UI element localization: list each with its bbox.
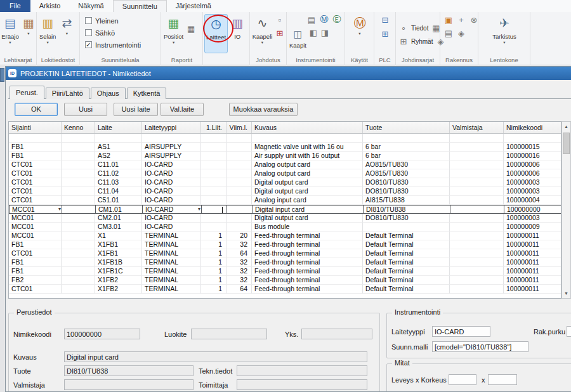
cable-table-icon[interactable]: ⊞ [274, 27, 286, 39]
kuvaus-field[interactable] [64, 351, 367, 362]
motor-m-icon[interactable]: Ⓜ [318, 14, 330, 25]
scroll-up-icon[interactable]: ▲ [562, 122, 570, 131]
column-header[interactable]: Viim.l. [226, 122, 252, 133]
table-row[interactable]: CTC01C11.03IO-CARDDigital output cardDO8… [9, 178, 561, 187]
log-transfer-button[interactable]: ⇄ ▾ [58, 14, 75, 53]
tab-kytkenta[interactable]: Kytkentä [127, 88, 167, 99]
tab-perust[interactable]: Perust. [10, 86, 44, 99]
tuote-field[interactable] [64, 365, 194, 376]
room-diamond-icon[interactable]: ◈ [456, 27, 467, 39]
dialog-titlebar[interactable]: ID PROJEKTIN LAITETIEDOT - Nimiketiedot [6, 67, 571, 80]
column-header[interactable]: Kuvaus [252, 122, 363, 133]
positiot-button[interactable]: ▦ Positiot ▾ [162, 14, 185, 53]
table-row[interactable]: FB1X1FB1TERMINAL132Feed-through terminal… [9, 240, 561, 249]
plc-export-icon[interactable]: ⊟ [379, 14, 391, 25]
table-row[interactable]: FB1X1FB1BTERMINAL132Feed-through termina… [9, 258, 561, 267]
table-row[interactable]: FB2X1FB2TERMINAL132Feed-through terminal… [9, 276, 561, 285]
kaytot-button[interactable]: Ⓜ ▾ [351, 14, 369, 53]
table-row[interactable]: CTC01X1FB2TERMINAL164Feed-through termin… [9, 285, 561, 294]
table-row-selected[interactable]: MCC01▾CM1.01IO-CARD▾Digital input cardDI… [9, 205, 561, 214]
checkbox-box[interactable] [85, 17, 92, 24]
collapsed-panel-tab[interactable] [0, 68, 4, 82]
checkbox-box[interactable] [85, 29, 92, 36]
table-row[interactable]: MCC01CM2.01IO-CARDDigital output cardDO8… [9, 214, 561, 223]
korkeus-field[interactable] [488, 374, 517, 385]
uusi-laite-button[interactable]: Uusi laite [114, 103, 158, 116]
instrument-doc-icon[interactable]: ▤ [306, 14, 317, 25]
tab-arkisto[interactable]: Arkisto [30, 0, 70, 12]
checkbox-sähkö[interactable]: Sähkö [85, 27, 115, 38]
combo-dropdown-icon[interactable]: ▾ [58, 207, 61, 212]
toimittaja-field[interactable] [237, 379, 367, 390]
layout-sheet-icon[interactable]: ▤ [443, 27, 454, 39]
laitteet-button[interactable]: ◷ Laitteet [204, 14, 228, 53]
add-element-icon[interactable]: + [456, 14, 467, 25]
table-row[interactable]: FB1X1FB1CTERMINAL132Feed-through termina… [9, 267, 561, 276]
tab-suunnittelu[interactable]: Suunnittelu [113, 0, 167, 12]
table-cell: 100000006 [504, 169, 561, 178]
equipment-e-icon[interactable]: Ⓔ [331, 14, 343, 25]
table-row[interactable]: MCC01X1TERMINAL120Feed-through terminalD… [9, 232, 561, 240]
suunn-malli-field[interactable] [432, 341, 528, 352]
column-header[interactable]: Sijainti [9, 122, 62, 133]
table-row[interactable]: CTC01C11.01IO-CARDAnalog output cardAO81… [9, 160, 561, 169]
column-header[interactable]: Nimikekoodi [504, 122, 561, 133]
table-row[interactable]: FB1AS1AIRSUPPLYMagnetic valve unit with … [9, 143, 561, 152]
table-row[interactable]: FB1AS2AIRSUPPLYAir supply unit with 16 o… [9, 152, 561, 160]
val-laite-button[interactable]: Val.laite [161, 103, 204, 116]
muokkaa-varauksia-button[interactable]: Muokkaa varauksia [229, 103, 298, 116]
laitetyyppi-field[interactable] [432, 326, 490, 337]
table-row[interactable]: CTC01C11.02IO-CARDAnalog output cardAO81… [9, 169, 561, 178]
nimikekoodi-field[interactable] [64, 329, 140, 339]
column-header[interactable]: Valmistaja [450, 122, 504, 133]
wire-list-icon[interactable]: ▫ [274, 14, 286, 25]
eraajo-button[interactable]: ▤ Eräajo ▾ [1, 14, 19, 53]
uusi-button[interactable]: Uusi [64, 103, 107, 116]
vertical-scrollbar[interactable]: ▲ ▼ [561, 121, 571, 299]
checkbox-yleinen[interactable]: Yleinen [85, 15, 119, 26]
column-header[interactable]: Laitetyyppi [142, 122, 201, 133]
tab-nakyma[interactable]: Näkymä [69, 0, 112, 12]
table-cell: 100000011 [504, 276, 561, 285]
tekn-tiedot-field[interactable] [237, 365, 367, 376]
tab-ohjaus[interactable]: Ohjaus [91, 88, 126, 99]
valmistaja-field[interactable] [64, 379, 194, 390]
building-box-icon[interactable]: ▣ [443, 14, 454, 25]
yks-field[interactable] [301, 329, 372, 339]
rak-purku-field[interactable] [567, 326, 571, 337]
scroll-down-icon[interactable]: ▼ [562, 289, 570, 298]
table-row[interactable]: CTC01C11.04IO-CARDDigital output cardDO8… [9, 187, 561, 196]
tab-piiri-lahto[interactable]: Piiri/Lähtö [46, 88, 89, 99]
tab-jarjestelma[interactable]: Järjestelmä [167, 0, 220, 12]
table-row[interactable]: CTC01C51.01IO-CARDAnalog input cardAI815… [9, 196, 561, 205]
column-header[interactable]: Laite [95, 122, 142, 133]
tiedot-button[interactable]: ∘ Tiedot ▦ [398, 22, 442, 34]
checkbox-instrumentointi[interactable]: ✓Instrumentointi [85, 39, 141, 50]
panel-left-icon[interactable]: ◧ [308, 27, 319, 38]
io-button[interactable]: ▥ IO [228, 14, 246, 53]
plc-import-icon[interactable]: ⊞ [379, 28, 391, 39]
kaapit-button[interactable]: ◫ Kaapit [288, 27, 308, 53]
table-cell [226, 223, 252, 232]
table-row[interactable]: CTC01X1FB1TERMINAL164Feed-through termin… [9, 249, 561, 258]
column-header[interactable]: Kenno [62, 122, 95, 133]
combo-dropdown-icon[interactable]: ▾ [198, 207, 200, 212]
kaapeli-button[interactable]: ∿ Kaapeli ▾ [251, 14, 273, 53]
tarkistus-button[interactable]: ✈ Tarkistus ▾ [491, 14, 517, 53]
selain-button[interactable]: ▥ Selain ▾ [38, 14, 57, 53]
leveys-field[interactable] [449, 374, 476, 385]
column-header[interactable]: Tuote [363, 122, 450, 133]
ok-button[interactable]: OK [15, 103, 58, 116]
ryhmat-button[interactable]: ⊞ Ryhmät ◈ [398, 36, 446, 48]
panel-right-icon[interactable]: ◨ [319, 27, 331, 38]
tab-file[interactable]: File [0, 0, 30, 12]
scrollbar-thumb[interactable] [563, 133, 570, 154]
table-row[interactable] [9, 134, 561, 143]
column-header[interactable]: 1.Liit. [201, 122, 226, 133]
table-row[interactable]: MCC01CM3.01IO-CARDBus module100000009 [9, 223, 561, 232]
checkbox-box[interactable]: ✓ [85, 41, 92, 48]
report-table-icon[interactable]: ▦ [185, 23, 197, 34]
table-cell: CM3.01 [95, 223, 142, 232]
sheet-series-button[interactable]: ▦ ▾ [20, 14, 37, 53]
luokite-field[interactable] [191, 329, 267, 339]
